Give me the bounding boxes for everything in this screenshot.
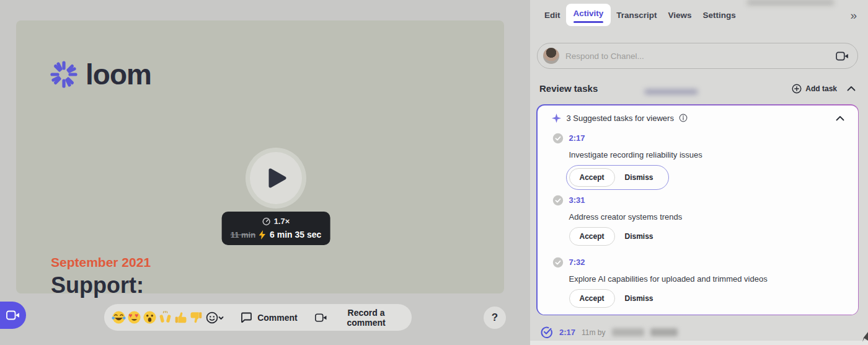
raising-hands-emoji-icon — [158, 310, 172, 325]
respond-input[interactable] — [559, 52, 836, 61]
suggested-tasks-header: 3 Suggested tasks for viewers — [551, 113, 846, 123]
chevron-up-icon — [847, 86, 856, 91]
emoji-picker-icon — [206, 311, 224, 325]
add-task-button[interactable]: Add task — [792, 84, 837, 94]
comment-button-label: Comment — [257, 313, 298, 323]
thumbs-down-emoji-icon — [189, 310, 203, 325]
dismiss-button[interactable]: Dismiss — [618, 228, 661, 245]
redacted-blur — [645, 89, 698, 94]
play-icon — [268, 168, 287, 188]
laughing-emoji-button[interactable] — [112, 310, 126, 326]
video-player[interactable]: loom 1.7× 11 min 6 min 35 sec September … — [16, 20, 504, 293]
reduced-duration: 6 min 35 sec — [270, 230, 321, 240]
play-button[interactable] — [250, 152, 302, 204]
add-task-label: Add task — [805, 84, 837, 93]
thumbs-up-emoji-icon — [174, 310, 188, 325]
record-video-fab[interactable] — [0, 302, 26, 329]
ai-sparkle-icon — [551, 113, 562, 123]
laughing-emoji-icon — [112, 310, 126, 325]
tab-views[interactable]: Views — [663, 6, 698, 25]
task-actions-focus-ring: Accept Dismiss — [566, 165, 669, 190]
raising-hands-emoji-button[interactable] — [158, 310, 172, 326]
emoji-picker-button[interactable] — [206, 310, 224, 326]
video-slide-title: Support: — [51, 272, 144, 298]
playback-speed-tooltip: 1.7× 11 min 6 min 35 sec — [222, 212, 330, 245]
activity-sidebar: Edit Activity Transcript Views Settings … — [530, 0, 868, 345]
dismiss-button[interactable]: Dismiss — [618, 169, 661, 186]
video-camera-icon — [315, 313, 327, 323]
collapse-suggested-tasks-icon[interactable] — [835, 114, 846, 122]
video-camera-icon — [836, 52, 849, 61]
lightning-icon — [259, 230, 266, 240]
reactions-toolbar: ♥ ♥ — [104, 304, 412, 331]
loom-logo-text: loom — [86, 58, 151, 91]
video-slide-date: September 2021 — [51, 255, 151, 270]
task-timestamp-link[interactable]: 2:17 — [569, 133, 585, 143]
svg-text:♥: ♥ — [135, 312, 138, 319]
panel-bottom-strip — [530, 341, 868, 345]
surprised-emoji-button[interactable] — [143, 310, 157, 326]
review-tasks-header: Review tasks Add task — [539, 83, 857, 94]
suggested-task-item: 7:32 Explore AI capabilities for uploade… — [552, 257, 846, 308]
chevron-up-icon — [836, 115, 844, 121]
record-a-comment-label: Record a comment — [332, 308, 401, 328]
record-a-comment-button[interactable]: Record a comment — [315, 308, 401, 328]
task-description: Address creator systems trends — [569, 212, 846, 222]
task-timestamp-link[interactable]: 7:32 — [569, 258, 585, 267]
task-description: Investigate recording reliability issues — [569, 150, 846, 159]
task-description: Explore AI capabilities for uploaded and… — [569, 274, 846, 284]
comment-button[interactable]: Comment — [241, 312, 298, 323]
original-duration: 11 min — [231, 230, 255, 240]
redacted-author-name — [650, 328, 678, 336]
video-camera-icon — [6, 310, 20, 320]
check-circle-icon[interactable] — [552, 195, 564, 206]
sidebar-tab-bar: Edit Activity Transcript Views Settings … — [539, 4, 859, 26]
heart-eyes-emoji-button[interactable]: ♥ ♥ — [127, 310, 141, 326]
completed-task-timestamp[interactable]: 2:17 — [559, 328, 575, 337]
completed-check-circle-icon[interactable] — [540, 326, 553, 339]
collapse-panel-icon[interactable]: » — [848, 7, 859, 24]
suggested-tasks-title: 3 Suggested tasks for viewers — [567, 114, 674, 123]
heart-eyes-emoji-icon: ♥ ♥ — [127, 310, 141, 325]
check-circle-icon[interactable] — [552, 133, 564, 144]
accept-button[interactable]: Accept — [569, 227, 615, 246]
accept-button[interactable]: Accept — [569, 168, 615, 187]
check-circle-icon[interactable] — [552, 257, 564, 268]
speedometer-icon — [262, 217, 271, 226]
loom-logo: loom — [50, 58, 151, 91]
surprised-emoji-icon — [143, 310, 157, 325]
plus-circle-icon — [792, 84, 802, 94]
review-tasks-title: Review tasks — [539, 83, 598, 94]
mouse-cursor-fragment — [862, 332, 868, 342]
info-icon[interactable] — [679, 114, 688, 122]
completed-task-row: 2:17 11m by — [540, 326, 678, 339]
tab-edit[interactable]: Edit — [539, 6, 566, 25]
thumbs-up-emoji-button[interactable] — [174, 310, 188, 326]
task-timestamp-link[interactable]: 3:31 — [569, 195, 585, 205]
redacted-author-name — [612, 328, 644, 336]
thumbs-down-emoji-button[interactable] — [189, 310, 203, 326]
comment-bubble-icon — [241, 312, 252, 323]
loom-logo-icon — [50, 60, 78, 89]
collapse-review-tasks-icon[interactable] — [846, 84, 857, 92]
tab-settings[interactable]: Settings — [698, 6, 742, 25]
suggested-task-item: 2:17 Investigate recording reliability i… — [552, 133, 846, 190]
accept-button[interactable]: Accept — [569, 289, 615, 308]
help-button[interactable]: ? — [484, 307, 506, 329]
user-avatar — [543, 48, 559, 64]
respond-comment-box[interactable] — [537, 43, 858, 69]
suggested-tasks-card: 3 Suggested tasks for viewers — [536, 104, 859, 315]
completed-task-meta: 11m by — [582, 328, 605, 337]
dismiss-button[interactable]: Dismiss — [618, 290, 661, 307]
tab-transcript[interactable]: Transcript — [611, 6, 662, 25]
suggested-task-item: 3:31 Address creator systems trends Acce… — [552, 195, 846, 246]
playback-speed-value: 1.7× — [274, 217, 290, 226]
svg-text:♥: ♥ — [128, 312, 132, 319]
respond-video-button[interactable] — [836, 52, 849, 61]
tab-activity[interactable]: Activity — [566, 4, 611, 26]
